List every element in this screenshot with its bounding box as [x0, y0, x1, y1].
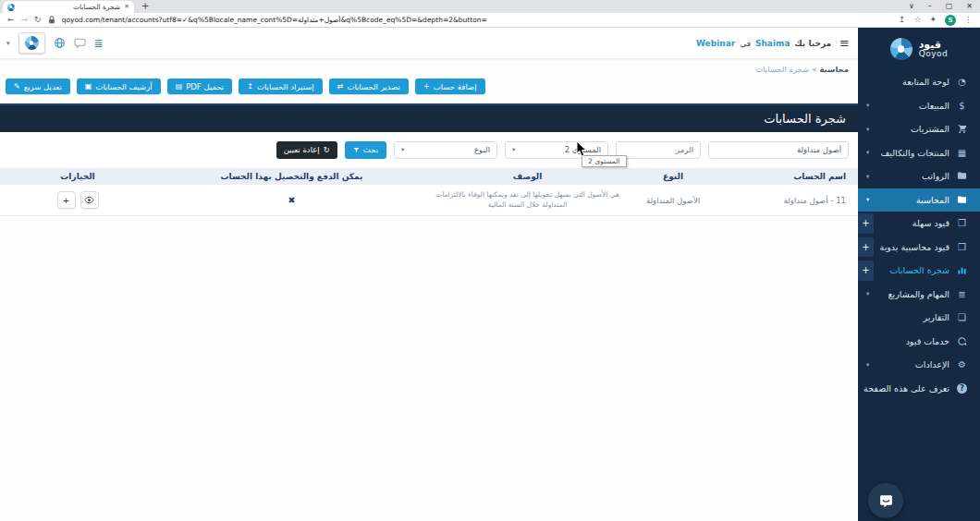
back-icon[interactable]: ←	[7, 16, 15, 24]
sidebar-item-tasks-projects[interactable]: ≣ المهام والمشاريع ▾	[858, 283, 980, 307]
qoyod-logo-icon	[25, 36, 39, 50]
add-child-account-button[interactable]: +	[57, 191, 76, 209]
qoyod-services-icon	[956, 336, 968, 346]
sidebar-item-accounting[interactable]: المحاسبة ▾	[858, 188, 980, 212]
chrome-actions: ↥ ☆ ✦ S ⋮	[899, 15, 973, 26]
export-accounts-button[interactable]: تصدير الحسابات ⇄	[329, 79, 409, 94]
share-icon[interactable]: ↥	[899, 16, 906, 24]
chevron-down-icon: ▾	[866, 173, 869, 180]
globe-icon[interactable]	[54, 37, 66, 49]
add-account-button[interactable]: إضافة حساب +	[415, 79, 485, 94]
journal-icon: ❐	[956, 242, 968, 252]
sidebar-item-manual-journal-entries[interactable]: ❐ قيود محاسبية يدوية +	[858, 236, 980, 260]
app-header: ▾ ≣ ≡ مرحبا بك Shaima في Webinar	[0, 28, 858, 58]
new-tab-button[interactable]: +	[141, 1, 149, 11]
refresh-icon[interactable]: ↻	[34, 16, 42, 24]
tab-title: شجرة الحسابات	[18, 3, 120, 11]
level-tooltip: المستوى 2	[582, 155, 627, 167]
sidebar-item-purchases[interactable]: المشتريات ▾	[858, 117, 980, 141]
browser-tab[interactable]: شجرة الحسابات ✕	[3, 1, 134, 13]
screen: شجرة الحسابات ✕ + ∨ – ▢ ✕ ← → ↻ qoyod.co…	[0, 0, 980, 521]
welcome-area: ≡ مرحبا بك Shaima في Webinar	[696, 36, 850, 50]
sidebar-item-easy-entries[interactable]: ❐ قيود سهلة +	[858, 212, 980, 236]
window-controls: ∨ – ▢ ✕	[909, 0, 973, 12]
sidebar-item-products-costs[interactable]: ▦ المنتجات والتكاليف ▾	[858, 141, 980, 165]
user-name[interactable]: Shaima	[755, 39, 790, 48]
expand-plus-button[interactable]: +	[858, 213, 874, 234]
sidebar-item-settings[interactable]: ⚙ الإعدادات ▾	[858, 353, 980, 377]
window-close-icon[interactable]: ✕	[966, 2, 973, 10]
folder-icon	[956, 195, 968, 205]
plus-icon: +	[63, 195, 68, 206]
accounts-archive-button[interactable]: أرشيف الحسابات ▣	[77, 79, 161, 94]
pencil-icon: ✎	[14, 83, 20, 91]
window-minimize-icon[interactable]: –	[928, 2, 932, 10]
reset-button[interactable]: ↻ إعادة تعيين	[276, 141, 337, 159]
sidebar-logo[interactable]: قيود Qoyod	[858, 28, 980, 70]
qoyod-widget-button[interactable]	[18, 32, 45, 54]
import-accounts-button[interactable]: إستيراد الحسابات ↥	[239, 79, 322, 94]
col-payable: يمكن الدفع والتحصيل بهذا الحساب	[155, 172, 428, 181]
chat-widget-button[interactable]	[868, 483, 903, 518]
chat-bubble-icon[interactable]	[74, 37, 86, 49]
chevron-down-icon: ▾	[401, 146, 404, 153]
account-type-cell: الأصول المتداولة	[627, 196, 719, 205]
help-icon: ?	[956, 383, 968, 394]
window-menu-icon[interactable]: ∨	[909, 2, 914, 10]
table-row: 11 - أصول متداولة الأصول المتداولة هي ال…	[0, 185, 858, 216]
dashboard-icon: ◔	[956, 77, 968, 87]
sidebar-item-page-help[interactable]: ? تعرف على هذه الصفحة	[858, 377, 980, 401]
type-select-value: النوع	[474, 145, 490, 154]
sidebar-item-reports[interactable]: ❏ التقارير	[858, 306, 980, 330]
plus-icon: +	[423, 83, 430, 91]
tab-close-icon[interactable]: ✕	[124, 4, 129, 10]
chevron-down-icon: ▾	[866, 196, 869, 203]
x-mark-icon: ✖	[288, 195, 296, 205]
sidebar-item-chart-of-accounts[interactable]: شجرة الحسابات +	[858, 259, 980, 283]
dollar-icon: $	[956, 101, 968, 111]
sidebar-item-dashboard[interactable]: ◔ لوحة المتابعة	[858, 70, 980, 94]
grid-icon: ▦	[956, 148, 968, 158]
col-type: النوع	[627, 172, 719, 181]
list-icon[interactable]: ≣	[94, 38, 104, 49]
options-cell: +	[0, 191, 155, 209]
account-name-cell[interactable]: 11 - أصول متداولة	[719, 196, 858, 205]
extensions-icon[interactable]: ✦	[929, 16, 937, 24]
breadcrumb-current: شجرة الحسابات	[755, 65, 809, 74]
breadcrumb-separator: »	[812, 65, 816, 74]
expand-plus-button[interactable]: +	[858, 237, 874, 258]
forward-icon[interactable]: →	[21, 16, 29, 24]
favicon-icon	[7, 4, 15, 11]
export-icon: ⇄	[337, 83, 344, 91]
download-pdf-button[interactable]: تحميل PDF ▤	[167, 79, 233, 94]
search-button[interactable]: بحث	[345, 141, 386, 159]
col-account-name: اسم الحساب	[719, 172, 858, 181]
kebab-menu-icon[interactable]: ⋮	[964, 16, 973, 24]
bookmark-star-icon[interactable]: ☆	[913, 16, 921, 24]
table-header-row: اسم الحساب النوع الوصف يمكن الدفع والتحص…	[0, 168, 858, 185]
refresh-icon: ↻	[324, 145, 330, 154]
url-text[interactable]: qoyod.com/tenant/accounts?utf8=✓&q%5Bloc…	[62, 16, 892, 24]
code-filter-input[interactable]	[616, 141, 701, 159]
main-content: ▾ ≣ ≡ مرحبا بك Shaima في Webinar	[0, 28, 858, 521]
quick-edit-button[interactable]: تعديل سريع ✎	[6, 79, 70, 94]
col-description: الوصف	[428, 172, 627, 181]
view-account-button[interactable]	[80, 191, 99, 209]
profile-avatar[interactable]: S	[945, 15, 956, 26]
sidebar-item-sales[interactable]: $ المبيعات ▾	[858, 94, 980, 118]
sidebar-item-qoyod-services[interactable]: خدمات قيود	[858, 330, 980, 354]
org-name[interactable]: Webinar	[696, 39, 735, 48]
folder-icon	[956, 171, 968, 181]
breadcrumb-parent[interactable]: محاسبة	[819, 65, 849, 74]
chevron-down-icon[interactable]: ▾	[6, 40, 10, 47]
hamburger-menu-icon[interactable]: ≡	[839, 36, 850, 50]
window-maximize-icon[interactable]: ▢	[946, 2, 953, 10]
sidebar-item-payroll[interactable]: الرواتب ▾	[858, 164, 980, 188]
page-title-bar: شجرة الحسابات	[0, 103, 858, 132]
sidebar: قيود Qoyod ◔ لوحة المتابعة $ المبيعات ▾ …	[858, 28, 980, 521]
bar-chart-icon	[956, 265, 968, 275]
type-select[interactable]: النوع ▾	[394, 141, 497, 159]
account-name-filter-input[interactable]	[708, 141, 849, 159]
funnel-icon	[353, 147, 360, 153]
expand-plus-button[interactable]: +	[858, 260, 874, 281]
